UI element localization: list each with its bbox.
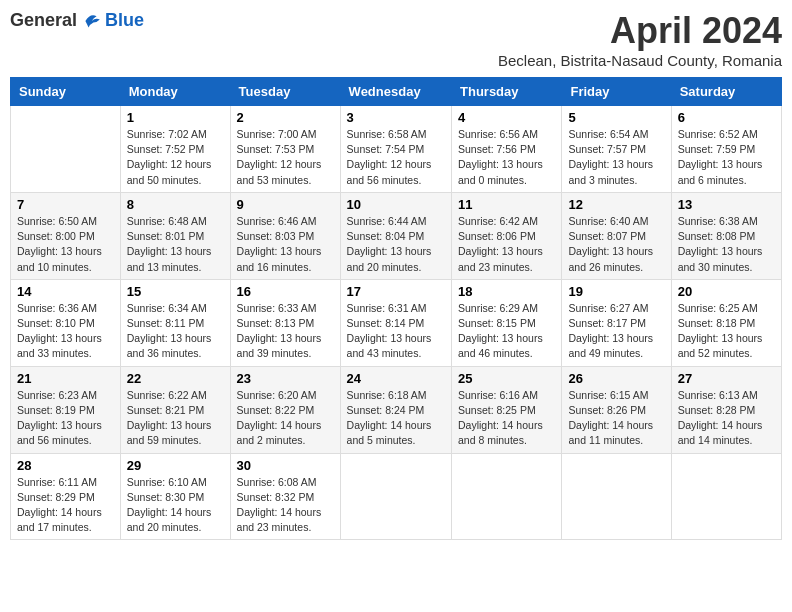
table-row: 27Sunrise: 6:13 AM Sunset: 8:28 PM Dayli…: [671, 366, 781, 453]
calendar-week-row: 21Sunrise: 6:23 AM Sunset: 8:19 PM Dayli…: [11, 366, 782, 453]
day-info: Sunrise: 6:46 AM Sunset: 8:03 PM Dayligh…: [237, 214, 334, 275]
table-row: [671, 453, 781, 540]
day-number: 20: [678, 284, 775, 299]
month-title: April 2024: [498, 10, 782, 52]
day-number: 22: [127, 371, 224, 386]
day-info: Sunrise: 6:16 AM Sunset: 8:25 PM Dayligh…: [458, 388, 555, 449]
day-info: Sunrise: 6:58 AM Sunset: 7:54 PM Dayligh…: [347, 127, 445, 188]
day-number: 28: [17, 458, 114, 473]
day-info: Sunrise: 6:50 AM Sunset: 8:00 PM Dayligh…: [17, 214, 114, 275]
day-number: 24: [347, 371, 445, 386]
table-row: 2Sunrise: 7:00 AM Sunset: 7:53 PM Daylig…: [230, 106, 340, 193]
day-info: Sunrise: 6:33 AM Sunset: 8:13 PM Dayligh…: [237, 301, 334, 362]
day-info: Sunrise: 6:10 AM Sunset: 8:30 PM Dayligh…: [127, 475, 224, 536]
day-info: Sunrise: 6:08 AM Sunset: 8:32 PM Dayligh…: [237, 475, 334, 536]
calendar-week-row: 14Sunrise: 6:36 AM Sunset: 8:10 PM Dayli…: [11, 279, 782, 366]
table-row: 28Sunrise: 6:11 AM Sunset: 8:29 PM Dayli…: [11, 453, 121, 540]
table-row: [452, 453, 562, 540]
day-info: Sunrise: 7:02 AM Sunset: 7:52 PM Dayligh…: [127, 127, 224, 188]
day-number: 9: [237, 197, 334, 212]
table-row: 13Sunrise: 6:38 AM Sunset: 8:08 PM Dayli…: [671, 192, 781, 279]
calendar-table: Sunday Monday Tuesday Wednesday Thursday…: [10, 77, 782, 540]
table-row: 20Sunrise: 6:25 AM Sunset: 8:18 PM Dayli…: [671, 279, 781, 366]
day-info: Sunrise: 6:44 AM Sunset: 8:04 PM Dayligh…: [347, 214, 445, 275]
table-row: 18Sunrise: 6:29 AM Sunset: 8:15 PM Dayli…: [452, 279, 562, 366]
day-info: Sunrise: 6:27 AM Sunset: 8:17 PM Dayligh…: [568, 301, 664, 362]
col-tuesday: Tuesday: [230, 78, 340, 106]
day-number: 30: [237, 458, 334, 473]
day-info: Sunrise: 6:11 AM Sunset: 8:29 PM Dayligh…: [17, 475, 114, 536]
day-number: 29: [127, 458, 224, 473]
table-row: 25Sunrise: 6:16 AM Sunset: 8:25 PM Dayli…: [452, 366, 562, 453]
day-info: Sunrise: 6:38 AM Sunset: 8:08 PM Dayligh…: [678, 214, 775, 275]
day-number: 17: [347, 284, 445, 299]
calendar-week-row: 28Sunrise: 6:11 AM Sunset: 8:29 PM Dayli…: [11, 453, 782, 540]
table-row: 8Sunrise: 6:48 AM Sunset: 8:01 PM Daylig…: [120, 192, 230, 279]
day-info: Sunrise: 6:56 AM Sunset: 7:56 PM Dayligh…: [458, 127, 555, 188]
day-info: Sunrise: 6:52 AM Sunset: 7:59 PM Dayligh…: [678, 127, 775, 188]
day-number: 2: [237, 110, 334, 125]
col-saturday: Saturday: [671, 78, 781, 106]
logo-bird-icon: [79, 11, 103, 31]
table-row: 22Sunrise: 6:22 AM Sunset: 8:21 PM Dayli…: [120, 366, 230, 453]
day-number: 3: [347, 110, 445, 125]
table-row: 14Sunrise: 6:36 AM Sunset: 8:10 PM Dayli…: [11, 279, 121, 366]
table-row: [562, 453, 671, 540]
calendar-week-row: 7Sunrise: 6:50 AM Sunset: 8:00 PM Daylig…: [11, 192, 782, 279]
table-row: [340, 453, 451, 540]
col-friday: Friday: [562, 78, 671, 106]
day-number: 26: [568, 371, 664, 386]
table-row: 17Sunrise: 6:31 AM Sunset: 8:14 PM Dayli…: [340, 279, 451, 366]
col-wednesday: Wednesday: [340, 78, 451, 106]
table-row: 24Sunrise: 6:18 AM Sunset: 8:24 PM Dayli…: [340, 366, 451, 453]
table-row: 4Sunrise: 6:56 AM Sunset: 7:56 PM Daylig…: [452, 106, 562, 193]
day-info: Sunrise: 6:23 AM Sunset: 8:19 PM Dayligh…: [17, 388, 114, 449]
day-info: Sunrise: 6:13 AM Sunset: 8:28 PM Dayligh…: [678, 388, 775, 449]
table-row: 7Sunrise: 6:50 AM Sunset: 8:00 PM Daylig…: [11, 192, 121, 279]
day-number: 7: [17, 197, 114, 212]
day-number: 5: [568, 110, 664, 125]
table-row: 1Sunrise: 7:02 AM Sunset: 7:52 PM Daylig…: [120, 106, 230, 193]
day-number: 11: [458, 197, 555, 212]
table-row: 10Sunrise: 6:44 AM Sunset: 8:04 PM Dayli…: [340, 192, 451, 279]
day-number: 27: [678, 371, 775, 386]
table-row: 9Sunrise: 6:46 AM Sunset: 8:03 PM Daylig…: [230, 192, 340, 279]
day-number: 16: [237, 284, 334, 299]
table-row: 11Sunrise: 6:42 AM Sunset: 8:06 PM Dayli…: [452, 192, 562, 279]
calendar-week-row: 1Sunrise: 7:02 AM Sunset: 7:52 PM Daylig…: [11, 106, 782, 193]
table-row: 5Sunrise: 6:54 AM Sunset: 7:57 PM Daylig…: [562, 106, 671, 193]
table-row: 15Sunrise: 6:34 AM Sunset: 8:11 PM Dayli…: [120, 279, 230, 366]
logo: General Blue: [10, 10, 144, 31]
location-subtitle: Beclean, Bistrita-Nasaud County, Romania: [498, 52, 782, 69]
table-row: 19Sunrise: 6:27 AM Sunset: 8:17 PM Dayli…: [562, 279, 671, 366]
day-number: 13: [678, 197, 775, 212]
day-info: Sunrise: 6:36 AM Sunset: 8:10 PM Dayligh…: [17, 301, 114, 362]
day-number: 21: [17, 371, 114, 386]
day-number: 4: [458, 110, 555, 125]
day-number: 8: [127, 197, 224, 212]
day-number: 19: [568, 284, 664, 299]
table-row: 29Sunrise: 6:10 AM Sunset: 8:30 PM Dayli…: [120, 453, 230, 540]
col-sunday: Sunday: [11, 78, 121, 106]
day-number: 23: [237, 371, 334, 386]
day-info: Sunrise: 6:29 AM Sunset: 8:15 PM Dayligh…: [458, 301, 555, 362]
day-info: Sunrise: 6:25 AM Sunset: 8:18 PM Dayligh…: [678, 301, 775, 362]
day-info: Sunrise: 6:42 AM Sunset: 8:06 PM Dayligh…: [458, 214, 555, 275]
table-row: 16Sunrise: 6:33 AM Sunset: 8:13 PM Dayli…: [230, 279, 340, 366]
title-section: April 2024 Beclean, Bistrita-Nasaud Coun…: [498, 10, 782, 69]
col-monday: Monday: [120, 78, 230, 106]
day-info: Sunrise: 6:15 AM Sunset: 8:26 PM Dayligh…: [568, 388, 664, 449]
day-info: Sunrise: 6:31 AM Sunset: 8:14 PM Dayligh…: [347, 301, 445, 362]
day-info: Sunrise: 7:00 AM Sunset: 7:53 PM Dayligh…: [237, 127, 334, 188]
table-row: [11, 106, 121, 193]
day-number: 25: [458, 371, 555, 386]
table-row: 23Sunrise: 6:20 AM Sunset: 8:22 PM Dayli…: [230, 366, 340, 453]
day-number: 10: [347, 197, 445, 212]
table-row: 12Sunrise: 6:40 AM Sunset: 8:07 PM Dayli…: [562, 192, 671, 279]
day-info: Sunrise: 6:40 AM Sunset: 8:07 PM Dayligh…: [568, 214, 664, 275]
day-number: 1: [127, 110, 224, 125]
page-header: General Blue April 2024 Beclean, Bistrit…: [10, 10, 782, 69]
day-info: Sunrise: 6:18 AM Sunset: 8:24 PM Dayligh…: [347, 388, 445, 449]
day-info: Sunrise: 6:54 AM Sunset: 7:57 PM Dayligh…: [568, 127, 664, 188]
logo-blue: Blue: [105, 10, 144, 31]
